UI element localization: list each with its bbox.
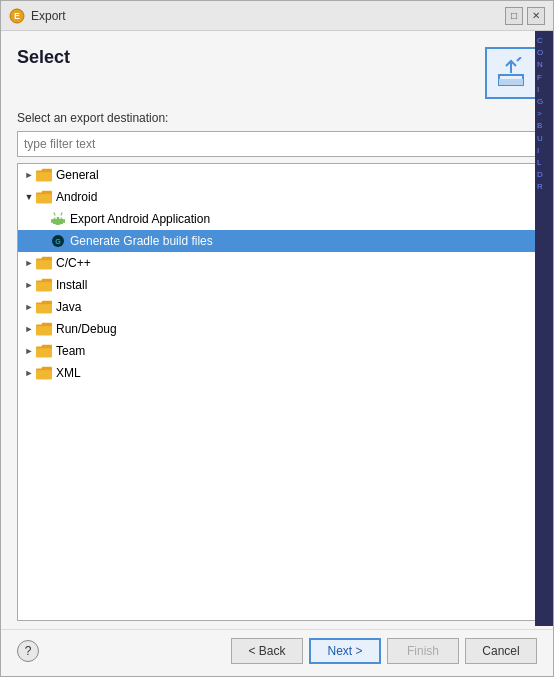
filter-input[interactable] bbox=[17, 131, 537, 157]
folder-icon-general bbox=[36, 168, 52, 182]
tree-item-rundebug[interactable]: ► Run/Debug bbox=[18, 318, 536, 340]
window-icon: E bbox=[9, 8, 25, 24]
tree-label-cpp: C/C++ bbox=[56, 256, 91, 270]
tree-label-generate-gradle: Generate Gradle build files bbox=[70, 234, 213, 248]
tree-item-export-android[interactable]: ► Export Android Applica bbox=[18, 208, 536, 230]
tree-label-java: Java bbox=[56, 300, 81, 314]
title-bar-left: E Export bbox=[9, 8, 66, 24]
btn-right: < Back Next > Finish Cancel bbox=[231, 638, 537, 664]
tree-item-xml[interactable]: ► XML bbox=[18, 362, 536, 384]
tree-label-android: Android bbox=[56, 190, 97, 204]
folder-icon-team bbox=[36, 344, 52, 358]
svg-line-12 bbox=[61, 213, 62, 215]
folder-icon-install bbox=[36, 278, 52, 292]
arrow-general: ► bbox=[22, 168, 36, 182]
tree-label-export-android: Export Android Application bbox=[70, 212, 210, 226]
button-row: ? < Back Next > Finish Cancel bbox=[1, 629, 553, 676]
svg-point-10 bbox=[59, 217, 61, 219]
title-bar: E Export □ ✕ bbox=[1, 1, 553, 31]
tree-label-team: Team bbox=[56, 344, 85, 358]
export-dialog: E Export □ ✕ CONFIG > BUILD R Select bbox=[0, 0, 554, 677]
tree-label-xml: XML bbox=[56, 366, 81, 380]
tree-item-general[interactable]: ► General bbox=[18, 164, 536, 186]
folder-icon-java bbox=[36, 300, 52, 314]
export-icon bbox=[495, 57, 527, 89]
page-title: Select bbox=[17, 47, 70, 68]
android-app-icon bbox=[50, 211, 66, 227]
svg-point-9 bbox=[55, 217, 57, 219]
tree-item-cpp[interactable]: ► C/C++ bbox=[18, 252, 536, 274]
tree-item-team[interactable]: ► Team bbox=[18, 340, 536, 362]
content-area: Select Select an export destination: ► bbox=[1, 31, 553, 629]
svg-line-11 bbox=[54, 213, 55, 215]
window-title: Export bbox=[31, 9, 66, 23]
tree-label-general: General bbox=[56, 168, 99, 182]
svg-text:G: G bbox=[55, 238, 61, 245]
folder-icon-android bbox=[36, 190, 52, 204]
arrow-android: ▼ bbox=[22, 190, 36, 204]
btn-left: ? bbox=[17, 640, 39, 662]
svg-rect-14 bbox=[63, 219, 65, 223]
cancel-button[interactable]: Cancel bbox=[465, 638, 537, 664]
tree-label-rundebug: Run/Debug bbox=[56, 322, 117, 336]
arrow-install: ► bbox=[22, 278, 36, 292]
arrow-rundebug: ► bbox=[22, 322, 36, 336]
gradle-icon: G bbox=[50, 233, 66, 249]
finish-button[interactable]: Finish bbox=[387, 638, 459, 664]
page-header: Select bbox=[17, 47, 537, 99]
next-button[interactable]: Next > bbox=[309, 638, 381, 664]
arrow-team: ► bbox=[22, 344, 36, 358]
arrow-cpp: ► bbox=[22, 256, 36, 270]
tree-item-android[interactable]: ▼ Android bbox=[18, 186, 536, 208]
tree-item-install[interactable]: ► Install bbox=[18, 274, 536, 296]
title-bar-controls: □ ✕ bbox=[505, 7, 545, 25]
minimize-button[interactable]: □ bbox=[505, 7, 523, 25]
folder-icon-cpp bbox=[36, 256, 52, 270]
tree-container[interactable]: ► General ▼ Android ► bbox=[17, 163, 537, 621]
svg-line-5 bbox=[517, 57, 521, 61]
close-button[interactable]: ✕ bbox=[527, 7, 545, 25]
help-button[interactable]: ? bbox=[17, 640, 39, 662]
folder-icon-xml bbox=[36, 366, 52, 380]
tree-label-install: Install bbox=[56, 278, 87, 292]
folder-icon-rundebug bbox=[36, 322, 52, 336]
export-icon-box bbox=[485, 47, 537, 99]
tree-item-java[interactable]: ► Java bbox=[18, 296, 536, 318]
svg-text:E: E bbox=[14, 11, 20, 21]
arrow-xml: ► bbox=[22, 366, 36, 380]
arrow-java: ► bbox=[22, 300, 36, 314]
code-strip: CONFIG > BUILD R bbox=[535, 31, 553, 626]
svg-rect-13 bbox=[51, 219, 53, 223]
help-label: ? bbox=[25, 644, 32, 658]
back-button[interactable]: < Back bbox=[231, 638, 303, 664]
tree-item-generate-gradle[interactable]: ► G Generate Gradle build files bbox=[18, 230, 536, 252]
section-label: Select an export destination: bbox=[17, 111, 537, 125]
svg-rect-3 bbox=[499, 79, 523, 85]
